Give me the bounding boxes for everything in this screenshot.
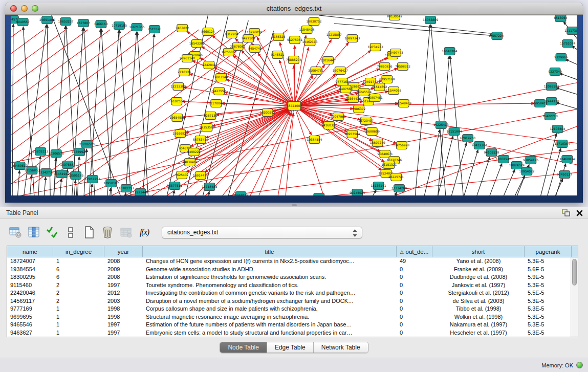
network-node[interactable]: 12240551 — [311, 193, 326, 196]
network-node[interactable]: 16151884 — [446, 128, 462, 136]
table-cell[interactable]: Estimation of significance thresholds fo… — [143, 273, 397, 281]
network-node[interactable]: 10497473 — [388, 49, 403, 57]
table-cell[interactable]: 1 — [53, 321, 104, 329]
table-cell[interactable]: Dudbridge et al. (2008) — [432, 273, 525, 281]
network-node[interactable]: 10975887 — [60, 161, 75, 169]
table-cell[interactable]: 1997 — [104, 329, 143, 337]
network-node[interactable]: 19166829 — [172, 130, 188, 138]
table-cell[interactable]: 1997 — [104, 281, 143, 290]
network-node[interactable]: 17957253 — [85, 176, 100, 183]
network-node[interactable]: 7463822 — [176, 25, 189, 32]
table-cell[interactable]: 0 — [397, 266, 432, 274]
network-node[interactable]: 11016447 — [320, 57, 336, 64]
network-node[interactable]: 16151321 — [381, 161, 397, 169]
table-scrollbar[interactable] — [571, 257, 578, 337]
table-cell[interactable]: 5.3E-5 — [525, 313, 572, 321]
table-cell[interactable]: 5.3E-5 — [525, 305, 572, 313]
network-node[interactable]: 18807249 — [370, 139, 385, 147]
network-node[interactable]: 10807481 — [367, 94, 383, 102]
import-table-icon[interactable] — [118, 224, 134, 240]
network-node[interactable]: 91275081 — [287, 36, 302, 44]
column-header-out_de[interactable]: △out_de... — [397, 246, 432, 257]
network-node[interactable]: 9427508 — [242, 35, 255, 42]
network-node[interactable]: 12103504 — [550, 125, 565, 133]
network-node[interactable]: 10037940 — [496, 156, 511, 163]
table-cell[interactable]: 9777169 — [7, 305, 53, 313]
table-cell[interactable]: Changes of HCN gene expression and I(f) … — [143, 257, 397, 266]
network-node[interactable]: 15751074 — [560, 40, 575, 48]
network-node[interactable]: 12923448 — [133, 189, 148, 196]
column-header-year[interactable]: year — [104, 246, 143, 257]
table-cell[interactable]: 0 — [397, 289, 432, 297]
column-settings-icon[interactable] — [26, 224, 42, 240]
network-node[interactable]: 10653257 — [58, 18, 73, 26]
table-row[interactable]: 969969511998Structural magnetic resonanc… — [7, 313, 578, 321]
network-node[interactable]: 20958113 — [233, 192, 248, 196]
table-cell[interactable]: 0 — [397, 321, 432, 329]
network-node[interactable]: 11451942 — [54, 170, 70, 178]
network-node[interactable]: 25225741 — [388, 173, 404, 181]
network-node[interactable]: 92450127 — [557, 171, 572, 179]
network-node[interactable]: 16543382 — [189, 40, 205, 48]
network-node[interactable]: 18724007 — [287, 102, 302, 111]
table-cell[interactable]: Yano et al. (2008) — [432, 257, 525, 266]
column-header-short[interactable]: short — [432, 246, 525, 257]
close-panel-icon[interactable] — [576, 209, 583, 218]
network-node[interactable]: 75885204 — [286, 56, 301, 64]
network-node[interactable]: 12156853 — [24, 167, 39, 174]
network-node[interactable]: 74508312 — [395, 63, 410, 71]
table-cell[interactable]: 0 — [397, 281, 432, 290]
network-node[interactable]: 31064761 — [308, 67, 323, 75]
network-node[interactable]: 20364436 — [345, 95, 361, 103]
table-cell[interactable]: Nakamura et al. (1997) — [432, 321, 525, 329]
network-node[interactable]: 94105528 — [484, 149, 499, 157]
table-cell[interactable]: 2 — [53, 289, 104, 297]
table-cell[interactable]: Wolkin et al. (1998) — [432, 313, 525, 321]
network-node[interactable]: 74850836 — [377, 63, 392, 71]
table-cell[interactable]: Hescheler et al. (1997) — [432, 329, 525, 337]
table-cell[interactable]: 1 — [53, 313, 104, 321]
network-node[interactable]: 9498222 — [187, 148, 201, 156]
network-node[interactable]: 12710354 — [554, 140, 570, 148]
deselect-all-icon[interactable] — [62, 224, 79, 240]
column-header-title[interactable]: title — [143, 246, 397, 257]
table-cell[interactable]: 0 — [397, 297, 432, 305]
network-node[interactable]: 11544093 — [386, 87, 401, 95]
network-node[interactable]: 7557224 — [490, 32, 504, 40]
table-cell[interactable]: 1997 — [104, 321, 143, 329]
zoom-window-button[interactable] — [32, 5, 38, 12]
tab-edge-table[interactable]: Edge Table — [267, 342, 314, 353]
table-cell[interactable]: Jankovic et al. (1997) — [432, 281, 525, 290]
network-node[interactable]: 87957168 — [379, 76, 395, 83]
table-cell[interactable]: Structural magnetic resonance image aver… — [143, 313, 397, 321]
network-node[interactable]: 17334260 — [391, 185, 407, 192]
delete-icon[interactable] — [99, 224, 116, 240]
table-cell[interactable]: 18300295 — [7, 273, 53, 281]
table-cell[interactable]: 2 — [53, 281, 104, 290]
network-node[interactable]: 91548469 — [396, 100, 411, 107]
table-cell[interactable]: Genome-wide association studies in ADHD. — [143, 266, 397, 274]
network-node[interactable]: 9427552 — [212, 87, 226, 95]
network-node[interactable]: 19654985 — [169, 114, 185, 122]
table-cell[interactable]: 9463627 — [7, 329, 53, 337]
table-cell[interactable]: 0 — [397, 273, 432, 281]
network-node[interactable]: 12093582 — [544, 83, 559, 91]
network-node[interactable]: 8454749 — [248, 45, 262, 53]
new-object-icon[interactable] — [81, 224, 97, 240]
column-header-name[interactable]: name — [7, 246, 53, 257]
table-cell[interactable]: 0 — [397, 305, 432, 313]
memory-status-icon[interactable] — [576, 362, 583, 368]
network-node[interactable]: 15136141 — [371, 182, 386, 190]
network-node[interactable]: 1527807 — [77, 19, 90, 27]
panel-resize-handle[interactable] — [0, 203, 588, 207]
network-node[interactable]: 14039469 — [182, 159, 198, 166]
table-cell[interactable]: 14569117 — [7, 297, 53, 305]
network-node[interactable]: 17359928 — [72, 148, 87, 156]
table-cell[interactable]: 6 — [53, 273, 104, 281]
network-node[interactable]: 7625402 — [175, 171, 188, 179]
network-node[interactable]: 36245574 — [356, 89, 372, 96]
network-node[interactable]: 9227349 — [548, 68, 561, 76]
network-node[interactable]: 9040557 — [16, 18, 30, 26]
network-node[interactable]: 10719185 — [112, 22, 127, 30]
network-node[interactable]: 10958107 — [103, 180, 119, 187]
